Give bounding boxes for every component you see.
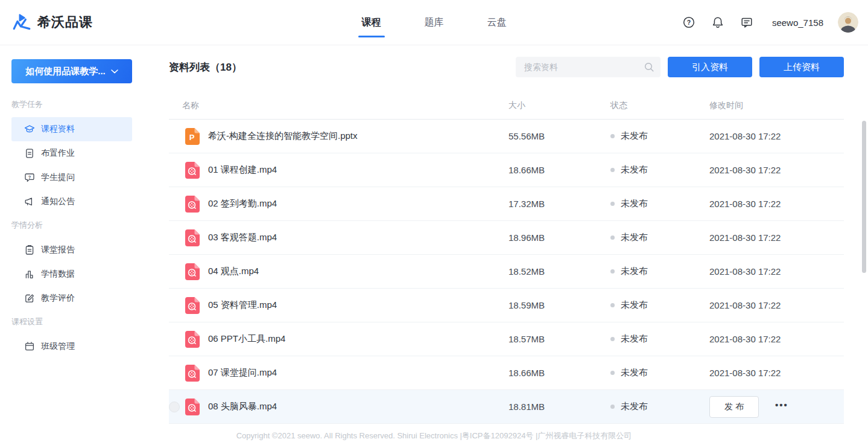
tab-cloud-drive[interactable]: 云盘 bbox=[486, 0, 508, 45]
table-row[interactable]: 03 客观答题.mp418.96MB未发布2021-08-30 17:22 bbox=[169, 221, 844, 255]
name-cell: 02 签到考勤.mp4 bbox=[182, 196, 508, 213]
file-status: 未发布 bbox=[610, 401, 709, 412]
table-header: 名称大小状态修改时间 bbox=[169, 92, 844, 120]
file-size: 18.52MB bbox=[508, 266, 610, 277]
course-guide-button[interactable]: 如何使用品课教学... bbox=[11, 59, 132, 83]
sidebar-item-class-reports[interactable]: 课堂报告 bbox=[11, 238, 132, 262]
file-status: 未发布 bbox=[610, 164, 709, 176]
course-guide-label: 如何使用品课教学... bbox=[25, 66, 106, 77]
table-row[interactable]: 06 PPT小工具.mp418.57MB未发布2021-08-30 17:22 bbox=[169, 322, 844, 356]
file-size: 18.66MB bbox=[508, 368, 610, 378]
import-button[interactable]: 引入资料 bbox=[668, 57, 752, 77]
message-icon[interactable] bbox=[740, 15, 754, 30]
sidebar: 如何使用品课教学... 教学任务课程资料布置作业?学生提问通知公告学情分析课堂报… bbox=[0, 45, 144, 435]
main-content: 资料列表（18） 引入资料 上传资料 名称大小状态修改时间 P希沃-构建全连接的… bbox=[144, 45, 868, 435]
sidebar-item-assign-homework[interactable]: 布置作业 bbox=[11, 141, 132, 165]
video-file-icon bbox=[185, 365, 200, 382]
video-file-icon bbox=[185, 263, 200, 280]
modified-time: 2021-08-30 17:22 bbox=[709, 131, 844, 141]
table-row[interactable]: 08 头脑风暴.mp418.81MB未发布发 布••• bbox=[169, 390, 844, 424]
sidebar-item-label: 课程资料 bbox=[41, 124, 75, 135]
sidebar-item-label: 班级管理 bbox=[41, 341, 75, 352]
publish-button[interactable]: 发 布 bbox=[709, 396, 759, 418]
toolbar: 资料列表（18） 引入资料 上传资料 bbox=[169, 57, 844, 77]
sidebar-item-label: 布置作业 bbox=[41, 148, 75, 159]
status-dot bbox=[610, 269, 615, 274]
upload-button[interactable]: 上传资料 bbox=[759, 57, 844, 77]
more-actions-button[interactable]: ••• bbox=[775, 400, 788, 413]
header-tabs: 课程题库云盘 bbox=[361, 0, 508, 45]
table-row[interactable]: 05 资料管理.mp418.59MB未发布2021-08-30 17:22 bbox=[169, 289, 844, 322]
file-status: 未发布 bbox=[610, 198, 709, 210]
top-header: 希沃品课 课程题库云盘 ? seewo_7158 bbox=[0, 0, 868, 45]
scrollbar[interactable] bbox=[862, 121, 866, 273]
megaphone-icon bbox=[24, 196, 35, 207]
video-file-icon bbox=[185, 229, 200, 246]
file-name[interactable]: 03 客观答题.mp4 bbox=[208, 232, 277, 243]
logo[interactable]: 希沃品课 bbox=[12, 13, 93, 32]
name-cell: 01 课程创建.mp4 bbox=[182, 162, 508, 179]
file-size: 18.66MB bbox=[508, 165, 610, 175]
sidebar-section-title: 教学任务 bbox=[11, 99, 144, 110]
file-status: 未发布 bbox=[610, 333, 709, 345]
svg-text:P: P bbox=[189, 133, 195, 142]
file-size: 18.57MB bbox=[508, 334, 610, 344]
table-body: P希沃-构建全连接的智能教学空间.pptx55.56MB未发布2021-08-3… bbox=[169, 120, 844, 424]
video-file-icon bbox=[185, 297, 200, 314]
username[interactable]: seewo_7158 bbox=[772, 18, 823, 28]
sidebar-item-notice-announcements[interactable]: 通知公告 bbox=[11, 190, 132, 214]
table-row[interactable]: 07 课堂提问.mp418.66MB未发布2021-08-30 17:22 bbox=[169, 356, 844, 390]
column-header: 名称 bbox=[182, 100, 508, 111]
search-icon bbox=[644, 62, 654, 72]
file-name[interactable]: 06 PPT小工具.mp4 bbox=[208, 333, 285, 345]
sidebar-item-label: 教学评价 bbox=[41, 293, 75, 304]
search-input[interactable] bbox=[516, 57, 661, 77]
logo-icon bbox=[12, 13, 31, 32]
sidebar-item-course-materials[interactable]: 课程资料 bbox=[11, 117, 132, 141]
file-name[interactable]: 04 观点.mp4 bbox=[208, 266, 259, 277]
sidebar-item-teaching-evaluation[interactable]: 教学评价 bbox=[11, 286, 132, 310]
status-dot bbox=[610, 235, 615, 240]
header-right: ? seewo_7158 bbox=[682, 0, 858, 45]
file-size: 55.56MB bbox=[508, 131, 610, 141]
sidebar-section-title: 学情分析 bbox=[11, 220, 144, 231]
status-dot bbox=[610, 405, 615, 409]
ppt-file-icon: P bbox=[185, 128, 200, 145]
edit-icon bbox=[24, 293, 35, 304]
avatar[interactable] bbox=[838, 12, 858, 33]
sidebar-item-student-questions[interactable]: ?学生提问 bbox=[11, 165, 132, 190]
search-box[interactable] bbox=[516, 57, 661, 77]
modified-time: 2021-08-30 17:22 bbox=[709, 368, 844, 378]
name-cell: 06 PPT小工具.mp4 bbox=[182, 331, 508, 348]
sidebar-item-learning-data[interactable]: 学情数据 bbox=[11, 262, 132, 286]
tab-question-bank[interactable]: 题库 bbox=[423, 0, 445, 45]
file-name[interactable]: 02 签到考勤.mp4 bbox=[208, 198, 277, 210]
footer: Copyright ©2021 seewo. All Rights Reserv… bbox=[0, 431, 868, 441]
file-name[interactable]: 05 资料管理.mp4 bbox=[208, 299, 277, 311]
status-dot bbox=[610, 303, 615, 307]
table-row[interactable]: 02 签到考勤.mp417.32MB未发布2021-08-30 17:22 bbox=[169, 187, 844, 221]
file-name[interactable]: 01 课程创建.mp4 bbox=[208, 164, 277, 176]
status-dot bbox=[610, 371, 615, 375]
file-size: 18.59MB bbox=[508, 300, 610, 310]
column-header: 状态 bbox=[610, 100, 709, 111]
page-title: 资料列表（18） bbox=[169, 60, 242, 74]
file-name[interactable]: 希沃-构建全连接的智能教学空间.pptx bbox=[208, 130, 358, 142]
column-header: 大小 bbox=[508, 100, 610, 111]
materials-table: 名称大小状态修改时间 P希沃-构建全连接的智能教学空间.pptx55.56MB未… bbox=[169, 92, 844, 424]
status-dot bbox=[610, 202, 615, 206]
file-name[interactable]: 08 头脑风暴.mp4 bbox=[208, 401, 277, 412]
help-icon[interactable]: ? bbox=[682, 15, 696, 30]
chevron-down-icon bbox=[111, 69, 118, 74]
notification-icon[interactable] bbox=[711, 15, 725, 30]
row-checkbox[interactable] bbox=[169, 402, 180, 412]
sidebar-item-class-management[interactable]: 班级管理 bbox=[11, 335, 132, 359]
graduation-cap-icon bbox=[24, 124, 35, 135]
tab-courses[interactable]: 课程 bbox=[361, 0, 382, 45]
bar-chart-icon bbox=[24, 269, 35, 280]
body-wrap: 如何使用品课教学... 教学任务课程资料布置作业?学生提问通知公告学情分析课堂报… bbox=[0, 45, 868, 435]
table-row[interactable]: 04 观点.mp418.52MB未发布2021-08-30 17:22 bbox=[169, 255, 844, 289]
file-name[interactable]: 07 课堂提问.mp4 bbox=[208, 367, 277, 379]
table-row[interactable]: P希沃-构建全连接的智能教学空间.pptx55.56MB未发布2021-08-3… bbox=[169, 120, 844, 153]
table-row[interactable]: 01 课程创建.mp418.66MB未发布2021-08-30 17:22 bbox=[169, 153, 844, 187]
